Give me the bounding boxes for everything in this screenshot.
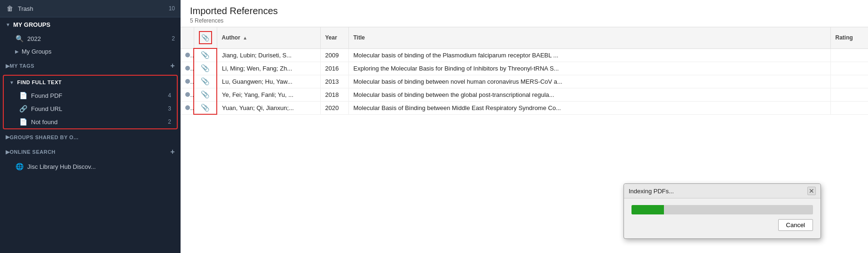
progress-bar-background <box>631 205 813 214</box>
table-row[interactable]: 📎Li, Ming; Wen, Fang; Zh...2016Exploring… <box>181 62 868 75</box>
row-year: 2013 <box>320 75 348 88</box>
found-pdf-label: Found PDF <box>31 92 62 99</box>
found-url-label: Found URL <box>31 105 62 112</box>
paperclip-icon: 📎 <box>201 103 210 111</box>
status-dot <box>185 53 190 57</box>
row-title: Molecular basis of binding between the g… <box>348 88 830 101</box>
row-attachment-cell: 📎 <box>194 48 217 62</box>
table-row[interactable]: 📎Ye, Fei; Yang, Fanli; Yu, ...2018Molecu… <box>181 88 868 101</box>
status-dot <box>185 92 190 97</box>
sidebar-item-group-2022[interactable]: 🔍 2022 2 <box>0 32 181 45</box>
sidebar-item-my-groups-child[interactable]: ▶ My Groups <box>0 45 181 58</box>
sidebar-item-jisc[interactable]: 🌐 Jisc Library Hub Discov... <box>0 160 181 173</box>
chevron-right-icon: ▶ <box>6 149 10 155</box>
row-title: Molecular Basis of Binding between Middl… <box>348 101 830 114</box>
row-rating <box>830 88 868 101</box>
indexing-dialog: Indexing PDFs... ✕ Cancel <box>623 183 821 239</box>
row-dot <box>181 88 194 101</box>
row-rating <box>830 62 868 75</box>
title-col-label: Title <box>354 34 365 41</box>
dialog-body: Cancel <box>624 198 821 238</box>
found-url-count: 3 <box>168 105 171 112</box>
row-year: 2016 <box>320 62 348 75</box>
row-rating <box>830 48 868 62</box>
sidebar-item-found-pdf[interactable]: 📄 Found PDF 4 <box>4 89 177 102</box>
year-col-label: Year <box>325 34 337 41</box>
table-body: 📎Jiang, Lubin; Duriseti, S...2009Molecul… <box>181 48 868 114</box>
paperclip-icon: 📎 <box>201 51 210 59</box>
table-row[interactable]: 📎Lu, Guangwen; Hu, Yaw...2013Molecular b… <box>181 75 868 88</box>
my-tags-label: MY TAGS <box>10 63 35 69</box>
jisc-label: Jisc Library Hub Discov... <box>27 163 96 170</box>
author-col-label: Author <box>222 34 240 41</box>
table-row[interactable]: 📎Yuan, Yuan; Qi, Jianxun;...2020Molecula… <box>181 101 868 114</box>
th-rating[interactable]: Rating <box>830 27 868 48</box>
row-dot <box>181 48 194 62</box>
th-title[interactable]: Title <box>348 27 830 48</box>
not-found-label: Not found <box>31 119 57 126</box>
add-online-search-button[interactable]: + <box>170 148 175 156</box>
dialog-actions: Cancel <box>631 219 813 231</box>
attach-header-box: 📎 <box>199 31 212 44</box>
row-attachment-cell: 📎 <box>194 88 217 101</box>
dialog-title: Indexing PDFs... <box>629 188 674 195</box>
table-row[interactable]: 📎Jiang, Lubin; Duriseti, S...2009Molecul… <box>181 48 868 62</box>
add-tag-button[interactable]: + <box>170 62 175 70</box>
th-dot <box>181 27 194 48</box>
sidebar-item-found-url[interactable]: 🔗 Found URL 3 <box>4 102 177 115</box>
sidebar-item-find-full-text[interactable]: ▼ FIND FULL TEXT <box>4 76 177 89</box>
row-rating <box>830 101 868 114</box>
status-dot <box>185 66 190 71</box>
row-author: Ye, Fei; Yang, Fanli; Yu, ... <box>217 88 320 101</box>
chevron-down-icon: ▼ <box>6 22 10 27</box>
my-groups-label: MY GROUPS <box>13 21 50 28</box>
row-dot <box>181 101 194 114</box>
main-header: Imported References 5 References <box>181 0 868 27</box>
row-author: Lu, Guangwen; Hu, Yaw... <box>217 75 320 88</box>
table-header-row: 📎 Author ▲ Year Title Rating <box>181 27 868 48</box>
th-author[interactable]: Author ▲ <box>217 27 320 48</box>
sort-arrow-icon: ▲ <box>243 35 247 40</box>
not-found-icon: 📄 <box>19 118 27 126</box>
references-count: 5 References <box>190 17 859 24</box>
dialog-close-button[interactable]: ✕ <box>807 187 816 195</box>
sidebar-item-my-groups-header[interactable]: ▼ MY GROUPS <box>0 17 181 32</box>
find-full-text-section: ▼ FIND FULL TEXT 📄 Found PDF 4 🔗 Found U… <box>3 75 178 129</box>
cancel-button[interactable]: Cancel <box>778 219 813 231</box>
row-attachment-cell: 📎 <box>194 75 217 88</box>
paperclip-icon: 📎 <box>201 64 210 72</box>
group-2022-label: 2022 <box>27 35 41 42</box>
row-year: 2009 <box>320 48 348 62</box>
references-table: 📎 Author ▲ Year Title Rating <box>181 27 868 115</box>
row-author: Yuan, Yuan; Qi, Jianxun;... <box>217 101 320 114</box>
main-content: Imported References 5 References 📎 Autho… <box>181 0 868 253</box>
row-dot <box>181 75 194 88</box>
row-dot <box>181 62 194 75</box>
status-dot <box>185 79 190 84</box>
sidebar: 🗑 Trash 10 ▼ MY GROUPS 🔍 2022 2 ▶ My Gro… <box>0 0 181 253</box>
chevron-right-icon: ▶ <box>6 63 10 69</box>
online-search-label: ONLINE SEARCH <box>10 149 56 155</box>
sidebar-online-search-header: ▶ ONLINE SEARCH + <box>0 144 181 160</box>
not-found-count: 2 <box>168 119 171 125</box>
th-attachment[interactable]: 📎 <box>194 27 217 48</box>
row-attachment-cell: 📎 <box>194 62 217 75</box>
sidebar-my-tags-header: ▶ MY TAGS + <box>0 58 181 74</box>
sidebar-item-not-found[interactable]: 📄 Not found 2 <box>4 115 177 128</box>
sidebar-item-trash[interactable]: 🗑 Trash 10 <box>0 0 181 17</box>
row-title: Molecular basis of binding of the Plasmo… <box>348 48 830 62</box>
find-full-text-label: FIND FULL TEXT <box>17 79 62 85</box>
trash-label: Trash <box>18 5 33 12</box>
paperclip-icon: 📎 <box>201 90 210 98</box>
row-rating <box>830 75 868 88</box>
row-title: Molecular basis of binding between novel… <box>348 75 830 88</box>
chevron-right-icon: ▶ <box>15 49 19 54</box>
rating-col-label: Rating <box>836 34 853 41</box>
chevron-down-icon: ▼ <box>9 80 14 85</box>
url-icon: 🔗 <box>19 105 27 112</box>
group-icon: 🔍 <box>15 35 24 42</box>
page-title: Imported References <box>190 6 859 16</box>
th-year[interactable]: Year <box>320 27 348 48</box>
groups-shared-label: GROUPS SHARED BY O... <box>10 134 79 140</box>
row-title: Exploring the Molecular Basis for Bindin… <box>348 62 830 75</box>
